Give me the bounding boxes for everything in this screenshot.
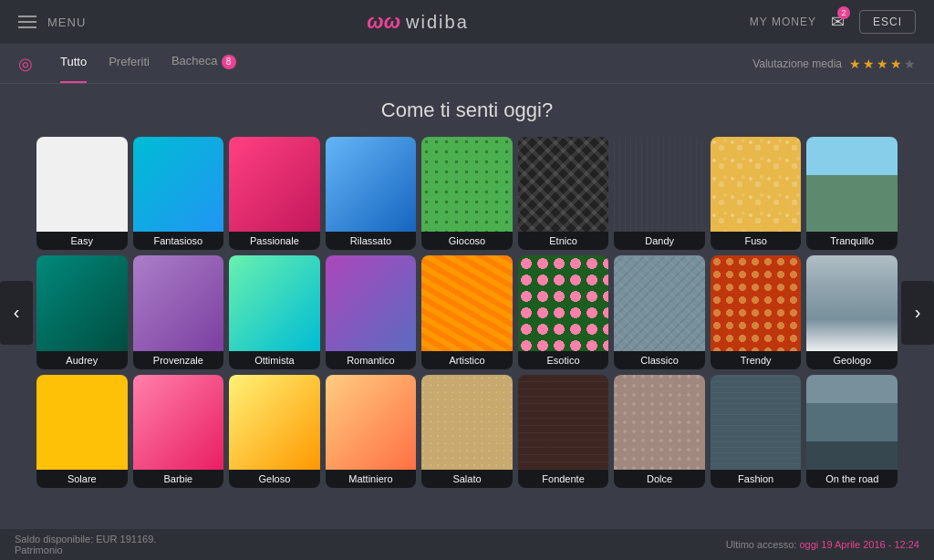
- top-navigation: MENU ωω widiba MY MONEY ✉ 2 ESCI: [0, 0, 934, 44]
- mood-label-passionale: Passionale: [229, 232, 320, 250]
- mood-label-dandy: Dandy: [614, 232, 705, 250]
- mood-card-fashion[interactable]: Fashion: [711, 375, 802, 488]
- tab-tutto[interactable]: Tutto: [60, 55, 87, 72]
- bottom-right: Ultimo accesso: oggi 19 Aprile 2016 - 12…: [726, 539, 919, 550]
- mood-label-ottimista: Ottimista: [229, 351, 320, 369]
- star-1: ★: [849, 57, 861, 71]
- mood-card-dolce[interactable]: Dolce: [614, 375, 705, 488]
- mood-label-etnico: Etnico: [518, 232, 609, 250]
- mood-card-dandy[interactable]: Dandy: [614, 137, 705, 250]
- mood-label-barbie: Barbie: [133, 470, 224, 488]
- exit-button[interactable]: ESCI: [859, 10, 916, 34]
- mood-card-fuso[interactable]: Fuso: [711, 137, 802, 250]
- star-4: ★: [890, 57, 902, 71]
- mood-card-ottimista[interactable]: Ottimista: [229, 255, 320, 368]
- nav-right-group: MY MONEY ✉ 2 ESCI: [750, 10, 916, 34]
- mood-label-solare: Solare: [36, 470, 128, 488]
- page-title: Come ti senti oggi?: [0, 99, 934, 122]
- mood-card-mattiniero[interactable]: Mattiniero: [326, 375, 417, 488]
- mood-card-fondente[interactable]: Fondente: [518, 375, 609, 488]
- mood-label-geologo: Geologo: [806, 351, 898, 369]
- mood-label-ontheroad: On the road: [806, 470, 898, 488]
- mood-label-rilassato: Rilassato: [326, 232, 417, 250]
- mood-card-classico[interactable]: Classico: [614, 255, 705, 368]
- mood-card-passionale[interactable]: Passionale: [229, 137, 320, 250]
- bottom-bar: Saldo disponibile: EUR 191169. Patrimoni…: [0, 529, 934, 560]
- mood-label-provenzale: Provenzale: [133, 351, 224, 369]
- mood-card-easy[interactable]: Easy: [36, 137, 128, 250]
- mood-label-classico: Classico: [614, 351, 705, 369]
- mood-card-solare[interactable]: Solare: [36, 375, 128, 488]
- mood-label-fashion: Fashion: [711, 470, 802, 488]
- mood-card-giocoso[interactable]: Giocoso: [421, 137, 513, 250]
- saldo-label: Saldo disponibile: EUR 191169.: [15, 534, 156, 544]
- mood-card-barbie[interactable]: Barbie: [133, 375, 224, 488]
- star-5: ★: [904, 57, 916, 71]
- mood-card-rilassato[interactable]: Rilassato: [326, 137, 417, 250]
- content-tabs: Tutto Preferiti Bacheca8: [60, 54, 236, 73]
- mood-label-geloso: Geloso: [229, 470, 320, 488]
- sec-nav-left: ◎ Tutto Preferiti Bacheca8: [18, 54, 236, 74]
- mood-card-ontheroad[interactable]: On the road: [806, 375, 898, 488]
- mood-card-esotico[interactable]: Esotico: [518, 255, 609, 368]
- hamburger-icon[interactable]: [18, 16, 36, 28]
- prev-arrow[interactable]: ‹: [0, 281, 33, 345]
- mood-grid: Easy Fantasioso Passionale Rilassato Gio…: [36, 137, 898, 488]
- star-3: ★: [877, 57, 888, 71]
- next-arrow[interactable]: ›: [901, 281, 934, 345]
- mood-label-salato: Salato: [421, 470, 513, 488]
- rating-area: Valutazione media ★ ★ ★ ★ ★: [752, 57, 916, 71]
- secondary-navigation: ◎ Tutto Preferiti Bacheca8 Valutazione m…: [0, 44, 934, 84]
- bottom-left: Saldo disponibile: EUR 191169. Patrimoni…: [15, 534, 156, 555]
- mood-card-romantico[interactable]: Romantico: [326, 255, 417, 368]
- mood-card-artistico[interactable]: Artistico: [421, 255, 513, 368]
- mood-label-giocoso: Giocoso: [421, 232, 513, 250]
- tab-preferiti[interactable]: Preferiti: [109, 55, 150, 72]
- mood-label-fuso: Fuso: [711, 232, 802, 250]
- star-2: ★: [863, 57, 875, 71]
- mood-card-geologo[interactable]: Geologo: [806, 255, 898, 368]
- palette-icon: ◎: [18, 54, 33, 74]
- mood-card-trendy[interactable]: Trendy: [711, 255, 802, 368]
- mood-label-trendy: Trendy: [711, 351, 802, 369]
- last-access-date: oggi 19 Aprile 2016 - 12:24: [800, 539, 920, 550]
- mood-label-mattiniero: Mattiniero: [326, 470, 417, 488]
- mood-card-provenzale[interactable]: Provenzale: [133, 255, 224, 368]
- rating-label: Valutazione media: [752, 57, 842, 70]
- mood-label-dolce: Dolce: [614, 470, 705, 488]
- nav-left-group: MENU: [18, 16, 86, 29]
- mood-label-audrey: Audrey: [36, 351, 128, 369]
- mood-card-audrey[interactable]: Audrey: [36, 255, 128, 368]
- mood-label-esotico: Esotico: [518, 351, 609, 369]
- notification-bell-icon[interactable]: ✉ 2: [831, 12, 845, 32]
- mood-card-tranquillo[interactable]: Tranquillo: [806, 137, 898, 250]
- mood-card-fantasioso[interactable]: Fantasioso: [133, 137, 224, 250]
- star-rating: ★ ★ ★ ★ ★: [849, 57, 916, 71]
- mood-label-fantasioso: Fantasioso: [133, 232, 224, 250]
- main-content: Come ti senti oggi? ‹ Easy Fantasioso Pa…: [0, 84, 934, 488]
- mood-card-salato[interactable]: Salato: [421, 375, 513, 488]
- my-money-label[interactable]: MY MONEY: [750, 16, 816, 28]
- logo-area: ωω widiba: [367, 10, 468, 34]
- tab-bacheca[interactable]: Bacheca8: [171, 54, 236, 73]
- bacheca-badge: 8: [222, 55, 236, 69]
- mood-label-tranquillo: Tranquillo: [806, 232, 898, 250]
- mood-grid-wrapper: ‹ Easy Fantasioso Passionale Rilassato G…: [0, 137, 934, 488]
- mood-label-easy: Easy: [36, 232, 128, 250]
- mood-card-geloso[interactable]: Geloso: [229, 375, 320, 488]
- notification-badge: 2: [837, 6, 850, 19]
- mood-label-artistico: Artistico: [421, 351, 513, 369]
- logo-icon: ωω: [367, 10, 400, 34]
- mood-card-etnico[interactable]: Etnico: [518, 137, 609, 250]
- mood-label-fondente: Fondente: [518, 470, 609, 488]
- mood-label-romantico: Romantico: [326, 351, 417, 369]
- menu-label: MENU: [47, 16, 86, 29]
- logo-text: widiba: [406, 12, 469, 33]
- patrimonio-label: Patrimonio: [15, 544, 156, 555]
